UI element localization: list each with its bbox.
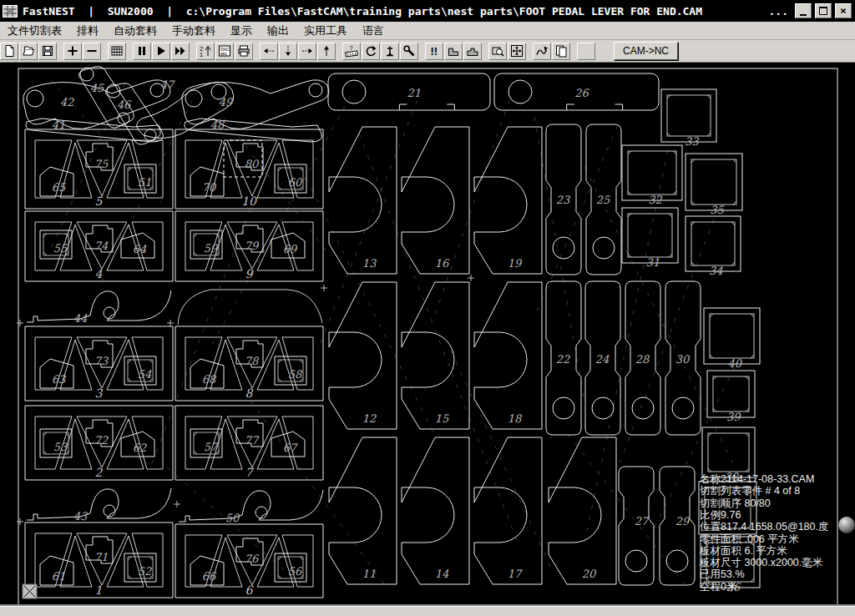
svg-text:20: 20 <box>582 568 597 580</box>
svg-text:77: 77 <box>245 434 260 447</box>
close-icon: × <box>840 7 847 15</box>
svg-text:!!: !! <box>431 45 438 58</box>
zoom-in-button[interactable] <box>63 43 82 60</box>
fastnest-window: FastNEST | SUN2000 | c:\Program Files\Fa… <box>0 0 855 616</box>
menu-item-6[interactable]: 实用工具 <box>296 22 355 40</box>
fast-run-button[interactable] <box>171 43 190 60</box>
corner-contour-icon <box>447 44 460 58</box>
file-path: c:\Program Files\FastCAM\training parts\… <box>186 5 702 18</box>
svg-text:69: 69 <box>283 243 298 255</box>
cam-to-nc-button[interactable]: CAM->NC <box>614 42 678 60</box>
svg-text:2: 2 <box>95 466 104 479</box>
double-mark-button[interactable]: !! <box>425 43 443 60</box>
print-button[interactable] <box>235 43 253 60</box>
sequence-sort-button[interactable]: 21 <box>196 43 215 60</box>
toolbar-group-6: ? <box>342 43 419 60</box>
toolbar-group-1 <box>63 43 102 60</box>
step-contour-button[interactable] <box>463 43 482 60</box>
run-icon <box>154 44 168 58</box>
open-folder-button[interactable] <box>19 43 38 60</box>
svg-text:65: 65 <box>52 181 66 194</box>
zoom-window-button[interactable] <box>488 43 507 60</box>
workspace-title: SUN2000 <box>108 5 154 18</box>
svg-text:60: 60 <box>288 176 303 189</box>
nc-code-button[interactable]: DNCabc <box>215 43 234 60</box>
move-down-button[interactable] <box>279 43 297 60</box>
double-mark-icon: !! <box>428 44 441 58</box>
rotate-button[interactable] <box>362 43 380 60</box>
svg-text:75: 75 <box>94 158 109 170</box>
info-line: 名称2114-17-08-33.CAM <box>700 473 814 485</box>
clipboard-icon <box>554 44 568 58</box>
svg-text:39: 39 <box>726 411 741 423</box>
svg-text:57: 57 <box>204 441 219 453</box>
print-icon <box>237 44 250 58</box>
svg-text:49: 49 <box>219 96 234 109</box>
svg-text:18: 18 <box>508 412 523 425</box>
close-button[interactable]: × <box>835 3 852 18</box>
svg-text:73: 73 <box>94 355 109 367</box>
pause-button[interactable] <box>133 43 151 60</box>
svg-text:67: 67 <box>283 442 298 454</box>
zoom-in-icon <box>66 44 79 58</box>
clipboard-button[interactable] <box>552 43 570 60</box>
svg-text:12: 12 <box>362 412 377 425</box>
toolbar: 21DNCabc?!!CAM->NC <box>0 40 855 63</box>
menu-item-0[interactable]: 文件切割表 <box>0 22 69 40</box>
grid-button[interactable] <box>108 43 126 60</box>
menu-item-1[interactable]: 排料 <box>69 22 106 40</box>
pause-icon <box>135 44 149 58</box>
info-line: 板材面积 6. 平方米 <box>699 545 787 557</box>
move-up-icon <box>320 44 333 58</box>
svg-text:8: 8 <box>245 386 254 400</box>
svg-text:14: 14 <box>435 568 449 580</box>
fit-view-button[interactable] <box>508 43 526 60</box>
svg-text:19: 19 <box>508 257 523 270</box>
svg-text:29: 29 <box>675 515 691 528</box>
fast-run-icon <box>174 44 187 58</box>
datum-button[interactable] <box>381 43 399 60</box>
title-separator: | <box>154 5 186 18</box>
svg-text:53: 53 <box>53 441 68 453</box>
toolbar-group-3 <box>133 43 190 60</box>
app-icon <box>3 5 18 18</box>
tools-wrench-button[interactable] <box>400 43 418 60</box>
move-right-button[interactable] <box>298 43 316 60</box>
toolbar-group-7: !! <box>425 43 483 60</box>
svg-text:1: 1 <box>200 51 203 58</box>
svg-text:5: 5 <box>95 194 104 208</box>
toolbar-group-0 <box>0 43 58 60</box>
curve-path-icon <box>535 44 549 58</box>
svg-text:54: 54 <box>138 368 152 381</box>
corner-contour-button[interactable] <box>444 43 463 60</box>
info-line: 切割顺序 80/80 <box>699 497 771 509</box>
measure-button[interactable]: ? <box>342 43 361 60</box>
blank-button[interactable] <box>577 43 595 60</box>
move-down-icon <box>281 44 295 58</box>
move-left-button[interactable] <box>260 43 278 60</box>
nest-canvas[interactable]: 7152611725362273546337455644755165576566… <box>0 63 855 606</box>
info-line: 已用53.% <box>700 568 745 580</box>
move-up-button[interactable] <box>317 43 336 60</box>
svg-text:46: 46 <box>117 98 132 111</box>
zoom-out-button[interactable] <box>83 43 101 60</box>
run-button[interactable] <box>152 43 170 60</box>
menu-item-5[interactable]: 输出 <box>260 22 296 40</box>
menu-item-2[interactable]: 自动套料 <box>106 22 164 40</box>
svg-text:80: 80 <box>245 158 260 170</box>
menu-item-4[interactable]: 显示 <box>223 22 260 40</box>
save-button[interactable] <box>38 43 57 60</box>
title-dots: ... <box>769 5 788 18</box>
trackball-icon <box>838 517 855 533</box>
menu-item-7[interactable]: 语言 <box>355 22 392 40</box>
title-bar[interactable]: FastNEST | SUN2000 | c:\Program Files\Fa… <box>0 0 855 22</box>
info-line: 位置817.4 1658.05@180.度 <box>700 521 828 533</box>
menu-item-3[interactable]: 手动套料 <box>164 22 223 40</box>
restore-icon <box>819 7 827 15</box>
new-file-button[interactable] <box>0 43 18 60</box>
restore-button[interactable] <box>815 3 832 18</box>
svg-text:24: 24 <box>595 353 610 366</box>
minimize-button[interactable] <box>795 3 812 18</box>
curve-path-button[interactable] <box>533 43 551 60</box>
nest-drawing[interactable]: 7152611725362273546337455644755165576566… <box>0 63 855 606</box>
